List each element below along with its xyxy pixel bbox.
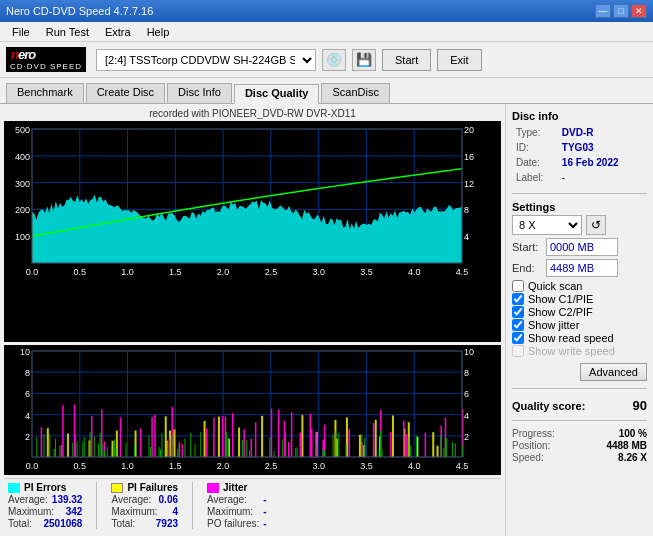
tab-disc-info[interactable]: Disc Info bbox=[167, 83, 232, 103]
window-controls: — □ ✕ bbox=[595, 4, 647, 18]
show-jitter-checkbox[interactable] bbox=[512, 319, 524, 331]
lower-chart bbox=[4, 345, 501, 475]
divider2 bbox=[512, 388, 647, 389]
chart-area: recorded with PIONEER_DVD-RW DVR-XD11 PI… bbox=[0, 104, 505, 536]
pif-max-value: 4 bbox=[172, 506, 178, 517]
main-content: recorded with PIONEER_DVD-RW DVR-XD11 PI… bbox=[0, 104, 653, 536]
show-c2pif-label: Show C2/PIF bbox=[528, 306, 593, 318]
tab-create-disc[interactable]: Create Disc bbox=[86, 83, 165, 103]
refresh-button[interactable]: ↺ bbox=[586, 215, 606, 235]
jitter-max-value: - bbox=[263, 506, 266, 517]
legend-jitter: Jitter Average: - Maximum: - PO failures… bbox=[207, 482, 267, 529]
show-jitter-row: Show jitter bbox=[512, 319, 647, 331]
start-field-row: Start: 0000 MB bbox=[512, 238, 647, 256]
pif-total-value: 7923 bbox=[156, 518, 178, 529]
pif-max-label: Maximum: bbox=[111, 506, 157, 517]
show-write-speed-label: Show write speed bbox=[528, 345, 615, 357]
disc-label-label: Label: bbox=[514, 171, 558, 184]
speed-setting-row: 8 X ↺ bbox=[512, 215, 647, 235]
jitter-avg-label: Average: bbox=[207, 494, 247, 505]
toolbar: nero CD·DVD SPEED [2:4] TSSTcorp CDDVDW … bbox=[0, 42, 653, 78]
start-input[interactable]: 0000 MB bbox=[546, 238, 618, 256]
settings-section: Settings 8 X ↺ Start: 0000 MB End: 4489 … bbox=[512, 201, 647, 381]
divider1 bbox=[512, 193, 647, 194]
quality-score-label: Quality score: bbox=[512, 400, 585, 412]
divider3 bbox=[512, 420, 647, 421]
quality-score-row: Quality score: 90 bbox=[512, 398, 647, 413]
pi-total-label: Total: bbox=[8, 518, 32, 529]
pi-total-value: 2501068 bbox=[44, 518, 83, 529]
pif-avg-value: 0.06 bbox=[159, 494, 178, 505]
disc-label-value: - bbox=[560, 171, 645, 184]
id-label: ID: bbox=[514, 141, 558, 154]
show-c2pif-checkbox[interactable] bbox=[512, 306, 524, 318]
menu-extra[interactable]: Extra bbox=[97, 24, 139, 40]
pi-max-label: Maximum: bbox=[8, 506, 54, 517]
end-input[interactable]: 4489 MB bbox=[546, 259, 618, 277]
show-jitter-label: Show jitter bbox=[528, 319, 579, 331]
type-value: DVD-R bbox=[560, 126, 645, 139]
type-label: Type: bbox=[514, 126, 558, 139]
jitter-avg-value: - bbox=[263, 494, 266, 505]
date-value: 16 Feb 2022 bbox=[560, 156, 645, 169]
jitter-label: Jitter bbox=[223, 482, 247, 493]
pi-max-value: 342 bbox=[66, 506, 83, 517]
disc-icon-button[interactable]: 💿 bbox=[322, 49, 346, 71]
jitter-po-label: PO failures: bbox=[207, 518, 259, 529]
position-row: Position: 4488 MB bbox=[512, 440, 647, 451]
quick-scan-row: Quick scan bbox=[512, 280, 647, 292]
nero-logo: nero CD·DVD SPEED bbox=[6, 47, 86, 72]
menu-file[interactable]: File bbox=[4, 24, 38, 40]
pi-errors-color bbox=[8, 483, 20, 493]
pif-total-label: Total: bbox=[111, 518, 135, 529]
pi-failures-label: PI Failures bbox=[127, 482, 178, 493]
show-write-speed-row: Show write speed bbox=[512, 345, 647, 357]
show-c1pie-row: Show C1/PIE bbox=[512, 293, 647, 305]
pi-errors-label: PI Errors bbox=[24, 482, 66, 493]
start-button[interactable]: Start bbox=[382, 49, 431, 71]
progress-row: Progress: 100 % bbox=[512, 428, 647, 439]
pi-avg-label: Average: bbox=[8, 494, 48, 505]
start-label: Start: bbox=[512, 241, 542, 253]
menu-bar: File Run Test Extra Help bbox=[0, 22, 653, 42]
position-value: 4488 MB bbox=[606, 440, 647, 451]
tab-disc-quality[interactable]: Disc Quality bbox=[234, 84, 320, 104]
settings-title: Settings bbox=[512, 201, 647, 213]
close-button[interactable]: ✕ bbox=[631, 4, 647, 18]
minimize-button[interactable]: — bbox=[595, 4, 611, 18]
speed-row: Speed: 8.26 X bbox=[512, 452, 647, 463]
progress-section: Progress: 100 % Position: 4488 MB Speed:… bbox=[512, 428, 647, 464]
quick-scan-label: Quick scan bbox=[528, 280, 582, 292]
tab-scan-disc[interactable]: ScanDisc bbox=[321, 83, 389, 103]
tab-bar: Benchmark Create Disc Disc Info Disc Qua… bbox=[0, 78, 653, 104]
menu-run-test[interactable]: Run Test bbox=[38, 24, 97, 40]
maximize-button[interactable]: □ bbox=[613, 4, 629, 18]
show-write-speed-checkbox bbox=[512, 345, 524, 357]
title-bar: Nero CD-DVD Speed 4.7.7.16 — □ ✕ bbox=[0, 0, 653, 22]
speed-label: Speed: bbox=[512, 452, 544, 463]
disc-info-title: Disc info bbox=[512, 110, 647, 122]
pif-avg-label: Average: bbox=[111, 494, 151, 505]
show-read-speed-checkbox[interactable] bbox=[512, 332, 524, 344]
progress-label: Progress: bbox=[512, 428, 555, 439]
pi-avg-value: 139.32 bbox=[52, 494, 83, 505]
disc-info-section: Disc info Type: DVD-R ID: TYG03 Date: 16… bbox=[512, 110, 647, 186]
menu-help[interactable]: Help bbox=[139, 24, 178, 40]
show-read-speed-row: Show read speed bbox=[512, 332, 647, 344]
show-read-speed-label: Show read speed bbox=[528, 332, 614, 344]
quick-scan-checkbox[interactable] bbox=[512, 280, 524, 292]
speed-select[interactable]: 8 X bbox=[512, 215, 582, 235]
progress-value: 100 % bbox=[619, 428, 647, 439]
legend-divider2 bbox=[192, 482, 193, 529]
tab-benchmark[interactable]: Benchmark bbox=[6, 83, 84, 103]
advanced-button[interactable]: Advanced bbox=[580, 363, 647, 381]
show-c2pif-row: Show C2/PIF bbox=[512, 306, 647, 318]
legend-divider1 bbox=[96, 482, 97, 529]
show-c1pie-checkbox[interactable] bbox=[512, 293, 524, 305]
exit-button[interactable]: Exit bbox=[437, 49, 481, 71]
drive-select[interactable]: [2:4] TSSTcorp CDDVDW SH-224GB SB00 bbox=[96, 49, 316, 71]
legend-pi-failures: PI Failures Average: 0.06 Maximum: 4 Tot… bbox=[111, 482, 178, 529]
pi-failures-color bbox=[111, 483, 123, 493]
save-icon-button[interactable]: 💾 bbox=[352, 49, 376, 71]
right-panel: Disc info Type: DVD-R ID: TYG03 Date: 16… bbox=[505, 104, 653, 536]
